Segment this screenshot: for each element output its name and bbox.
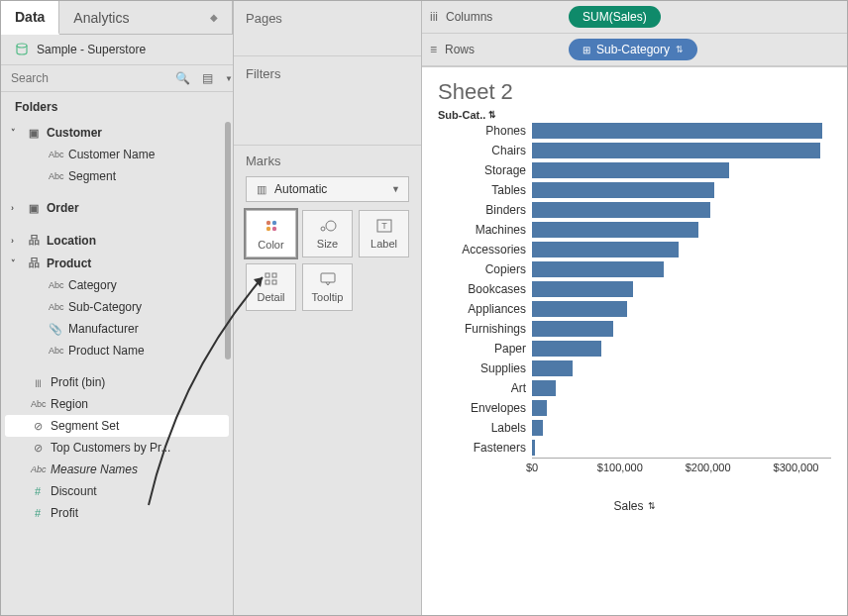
columns-pill[interactable]: SUM(Sales)	[569, 6, 661, 28]
tree-field[interactable]: #Profit	[5, 502, 229, 524]
bar[interactable]	[532, 440, 535, 456]
tree-field[interactable]: AbcSegment	[5, 165, 229, 187]
bar-label: Art	[438, 381, 532, 395]
bar-label: Tables	[438, 183, 532, 197]
columns-label: Columns	[446, 10, 492, 24]
bar[interactable]	[532, 143, 820, 158]
bar[interactable]	[532, 400, 547, 416]
tree-item-label: Region	[51, 397, 88, 411]
tree-item-label: Top Customers by Pr...	[51, 441, 170, 455]
svg-rect-9	[265, 273, 269, 277]
marks-label-button[interactable]: T Label	[359, 210, 409, 257]
tree-item-label: Customer	[47, 126, 102, 140]
rows-shelf[interactable]: ≡Rows ⊞ Sub-Category ⇅	[422, 34, 847, 65]
hierarchy-icon: 品	[27, 233, 41, 248]
svg-point-3	[265, 226, 269, 230]
field-type-icon: Abc	[49, 280, 62, 290]
tree-item-label: Sub-Category	[68, 300, 142, 314]
tree-item-label: Customer Name	[68, 148, 155, 161]
bar-row: Tables	[438, 180, 831, 200]
x-axis-title[interactable]: Sales ⇅	[438, 499, 831, 513]
bar[interactable]	[532, 281, 633, 297]
bar[interactable]	[532, 162, 729, 178]
marks-detail-button[interactable]: Detail	[246, 263, 296, 311]
bar-row: Bookcases	[438, 279, 831, 299]
scrollbar-thumb[interactable]	[225, 122, 231, 359]
view-mode-icon[interactable]: ▤	[196, 67, 219, 89]
tab-analytics-label: Analytics	[73, 10, 129, 26]
marks-card: Marks ▥Automatic ▼ Color Size	[234, 146, 421, 319]
tree-field[interactable]: AbcProduct Name	[5, 340, 229, 361]
tree-field[interactable]: AbcMeasure Names	[5, 459, 229, 480]
svg-point-1	[265, 220, 269, 224]
tree-field[interactable]: AbcSub-Category	[5, 296, 229, 318]
bar[interactable]	[532, 321, 613, 337]
bar[interactable]	[532, 222, 698, 238]
tree-folder[interactable]: ˅品Product	[5, 252, 229, 274]
bar[interactable]	[532, 301, 627, 317]
bar[interactable]	[532, 261, 664, 277]
detail-icon	[265, 272, 278, 288]
bar-track	[532, 360, 831, 376]
tree-field[interactable]: ⫼Profit (bin)	[5, 371, 229, 393]
marks-tooltip-button[interactable]: Tooltip	[302, 263, 353, 311]
svg-rect-13	[321, 273, 335, 282]
rows-pill[interactable]: ⊞ Sub-Category ⇅	[569, 39, 697, 60]
plus-icon: ⊞	[583, 45, 590, 55]
field-type-icon: Abc	[49, 150, 62, 159]
marks-size-button[interactable]: Size	[302, 210, 353, 257]
bar[interactable]	[532, 341, 601, 357]
size-icon	[319, 219, 337, 235]
bar[interactable]	[532, 360, 573, 376]
bar-row: Furnishings	[438, 319, 831, 339]
svg-point-6	[326, 221, 336, 231]
bar[interactable]	[532, 202, 710, 218]
axis-tick: $0	[526, 462, 538, 473]
field-tree: ˅▣CustomerAbcCustomer NameAbcSegment›▣Or…	[1, 122, 233, 532]
svg-rect-12	[272, 280, 276, 284]
field-type-icon: Abc	[31, 399, 45, 409]
tree-field[interactable]: ⊘Segment Set	[5, 415, 229, 437]
tree-field[interactable]: 📎Manufacturer	[5, 318, 229, 340]
bar[interactable]	[532, 380, 556, 396]
field-type-icon: #	[31, 485, 45, 497]
tree-field[interactable]: ⊘Top Customers by Pr...	[5, 437, 229, 459]
panel-tabs: Data Analytics ◆	[1, 1, 233, 35]
tree-item-label: Measure Names	[51, 462, 138, 476]
tab-data[interactable]: Data	[1, 1, 59, 35]
tree-field[interactable]: AbcCustomer Name	[5, 144, 229, 165]
field-type-icon: ⊘	[31, 442, 45, 455]
sheet-title: Sheet 2	[438, 79, 831, 105]
bar[interactable]	[532, 242, 679, 257]
search-icon[interactable]: 🔍	[169, 67, 196, 89]
bar-track	[532, 242, 831, 257]
bar-label: Supplies	[438, 361, 532, 375]
field-type-icon: ⊘	[31, 420, 45, 433]
columns-shelf[interactable]: iiiColumns SUM(Sales)	[422, 1, 847, 34]
datasource-row[interactable]: Sample - Superstore	[1, 35, 233, 65]
bar-row: Appliances	[438, 299, 831, 319]
search-input[interactable]	[1, 65, 169, 91]
tree-item-label: Product	[47, 257, 91, 270]
bar[interactable]	[532, 182, 714, 198]
tree-folder[interactable]: ˅▣Customer	[5, 122, 229, 144]
pages-shelf[interactable]: Pages	[234, 1, 421, 56]
bar-row: Supplies	[438, 359, 831, 378]
bar[interactable]	[532, 420, 543, 436]
bar-track	[532, 440, 831, 456]
bar-track	[532, 400, 831, 416]
data-panel: Data Analytics ◆ Sample - Superstore 🔍 ▤…	[1, 1, 234, 615]
tree-folder[interactable]: ›▣Order	[5, 197, 229, 219]
tree-field[interactable]: #Discount	[5, 480, 229, 502]
chevron-icon: ˅	[11, 128, 21, 138]
tree-field[interactable]: AbcCategory	[5, 274, 229, 296]
tree-item-label: Segment Set	[51, 419, 119, 433]
bar[interactable]	[532, 123, 822, 139]
tab-analytics[interactable]: Analytics ◆	[59, 1, 233, 34]
marks-type-dropdown[interactable]: ▥Automatic ▼	[246, 176, 409, 202]
filters-shelf[interactable]: Filters	[234, 56, 421, 146]
marks-color-button[interactable]: Color	[246, 210, 296, 257]
row-header[interactable]: Sub-Cat..⇅	[438, 109, 831, 121]
tree-folder[interactable]: ›品Location	[5, 229, 229, 252]
tree-field[interactable]: AbcRegion	[5, 393, 229, 415]
